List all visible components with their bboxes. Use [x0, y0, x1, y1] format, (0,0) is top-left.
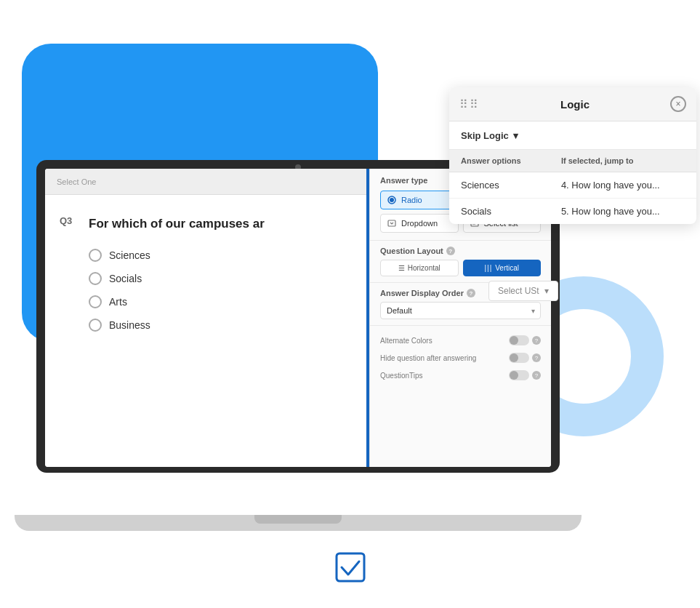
select-ust-label: Select USt — [498, 286, 539, 296]
logic-table-header: Answer options If selected, jump to — [449, 150, 696, 172]
logic-type-label: Skip Logic — [461, 130, 509, 141]
display-order-info-icon[interactable]: ? — [467, 289, 475, 297]
hide-question-row: Hide question after answering ? — [380, 349, 541, 367]
display-order-select[interactable]: Default — [380, 302, 541, 319]
answer-option-socials: Socials — [89, 272, 349, 285]
logic-jump-sciences: 4. How long have you... — [550, 172, 696, 199]
question-layout-label: Question Layout ? — [380, 247, 541, 255]
radio-icon — [387, 195, 397, 205]
top-bar-text: Select One — [57, 177, 96, 186]
answer-option-arts: Arts — [89, 295, 349, 308]
answer-options-list: Sciences Socials Arts Business — [89, 249, 349, 332]
radio-arts[interactable] — [89, 295, 102, 308]
question-tips-toggle[interactable] — [509, 370, 529, 380]
logic-jump-socials: 5. How long have you... — [550, 199, 696, 225]
laptop-notch — [254, 515, 342, 524]
answer-option-business: Business — [89, 319, 349, 332]
logic-header: ⠿⠿ Logic × — [449, 87, 696, 121]
survey-panel: Select One Q3 For which of our campuses … — [45, 169, 369, 467]
question-tips-label: QuestionTips — [380, 372, 423, 380]
select-ust-chevron: ▾ — [544, 286, 549, 296]
toggle-knob — [510, 336, 518, 345]
logic-title: Logic — [480, 98, 670, 111]
alternate-colors-info[interactable]: ? — [532, 336, 541, 345]
select-ust-dropdown[interactable]: Select USt ▾ — [488, 281, 558, 301]
layout-options: ☰ Horizontal ||| Vertical — [380, 260, 541, 276]
logic-close-button[interactable]: × — [670, 96, 686, 112]
radio-business[interactable] — [89, 319, 102, 332]
dropdown-icon — [387, 218, 397, 228]
logic-answer-socials: Socials — [449, 199, 550, 225]
close-icon: × — [675, 99, 680, 109]
answer-label-sciences: Sciences — [109, 249, 150, 261]
hide-question-toggle[interactable] — [509, 353, 529, 363]
question-tips-row: QuestionTips ? — [380, 367, 541, 384]
logic-type-bar: Skip Logic ▾ — [449, 121, 696, 150]
laptop-base — [15, 515, 582, 531]
toggle-knob-2 — [510, 353, 518, 362]
radio-label: Radio — [401, 196, 422, 204]
question-layout-section: Question Layout ? ☰ Horizontal ||| Verti… — [370, 240, 551, 282]
display-order-container: Default ▾ — [380, 302, 541, 319]
vertical-layout-btn[interactable]: ||| Vertical — [463, 260, 542, 276]
svg-rect-2 — [388, 220, 395, 226]
drag-handle-icon[interactable]: ⠿⠿ — [459, 97, 480, 111]
radio-socials[interactable] — [89, 272, 102, 285]
alternate-colors-row: Alternate Colors ? — [380, 332, 541, 349]
logic-row-sciences: Sciences 4. How long have you... — [449, 172, 696, 199]
horizontal-icon: ☰ — [398, 264, 405, 272]
answer-label-business: Business — [109, 319, 150, 331]
logic-type-dropdown[interactable]: Skip Logic ▾ — [461, 130, 518, 141]
bottom-checkbox-icon — [334, 551, 366, 586]
hide-question-info[interactable]: ? — [532, 353, 541, 362]
alternate-colors-label: Alternate Colors — [380, 337, 433, 345]
hide-question-label: Hide question after answering — [380, 354, 476, 362]
logic-answer-sciences: Sciences — [449, 172, 550, 199]
dropdown-label: Dropdown — [401, 219, 438, 228]
logic-type-chevron: ▾ — [513, 130, 518, 141]
question-number: Q3 — [60, 215, 72, 226]
svg-point-1 — [390, 198, 394, 202]
col-jump-to: If selected, jump to — [550, 150, 696, 172]
survey-content: Q3 For which of our campuses ar Sciences… — [45, 195, 366, 467]
logic-row-socials: Socials 5. How long have you... — [449, 199, 696, 225]
vertical-icon: ||| — [484, 264, 492, 272]
toggles-section: Alternate Colors ? Hide question after a… — [370, 325, 551, 390]
type-dropdown-option[interactable]: Dropdown — [380, 214, 459, 233]
answer-label-socials: Socials — [109, 273, 142, 284]
layout-info-icon[interactable]: ? — [446, 247, 455, 255]
answer-label-arts: Arts — [109, 296, 127, 308]
radio-sciences[interactable] — [89, 249, 102, 262]
toggle-knob-3 — [510, 371, 518, 380]
question-tips-info[interactable]: ? — [532, 371, 541, 380]
question-text: For which of our campuses ar — [89, 215, 349, 233]
alternate-colors-toggle[interactable] — [509, 335, 529, 345]
survey-top-bar: Select One — [45, 169, 366, 195]
horizontal-layout-btn[interactable]: ☰ Horizontal — [380, 260, 459, 276]
logic-panel: ⠿⠿ Logic × Skip Logic ▾ Answer options I… — [449, 87, 696, 224]
col-answer-options: Answer options — [449, 150, 550, 172]
logic-table: Answer options If selected, jump to Scie… — [449, 150, 696, 224]
answer-option-sciences: Sciences — [89, 249, 349, 262]
